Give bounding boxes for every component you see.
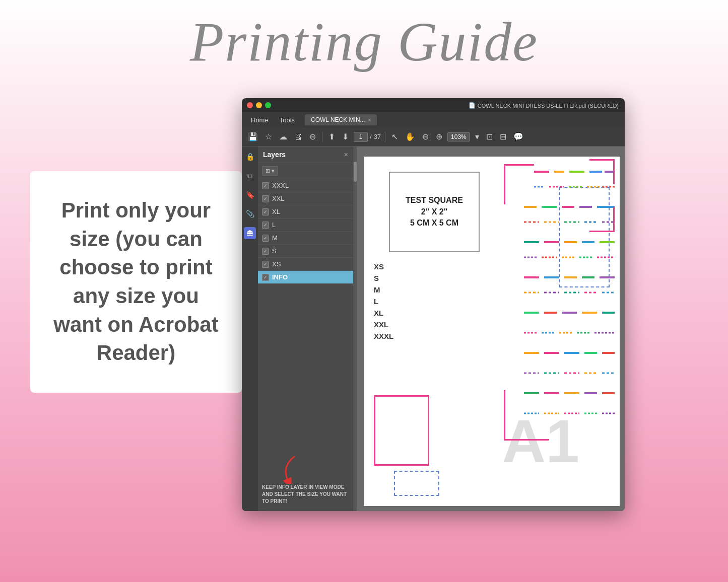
left-text: Print only your size (you can choose to … <box>50 196 222 368</box>
arrow-svg <box>277 456 312 484</box>
size-row-xxxl: XXXL <box>374 332 398 340</box>
layer-checkbox-xs[interactable] <box>262 261 269 268</box>
page-number-input[interactable] <box>354 132 368 142</box>
print-icon[interactable]: 🖨 <box>292 131 304 142</box>
layer-checkbox-l[interactable] <box>262 222 269 229</box>
page-total: 37 <box>374 133 381 140</box>
layer-checkbox-m[interactable] <box>262 235 269 242</box>
pdf-icon: 📄 <box>469 102 476 109</box>
close-button[interactable] <box>247 102 253 108</box>
info-caption: KEEP INFO LAYER IN VIEW MODE AND SELECT … <box>262 484 349 505</box>
down-icon[interactable]: ⬇ <box>340 131 351 142</box>
layer-checkbox-s[interactable] <box>262 248 269 255</box>
size-row-xs: XS <box>374 262 398 271</box>
layer-item-info[interactable]: INFO <box>258 271 353 284</box>
zoom-out-icon[interactable]: ⊖ <box>307 131 318 142</box>
size-list: XS S M L XL <box>374 262 398 343</box>
fit-width-icon[interactable]: ⊟ <box>498 131 508 142</box>
zoom-in-icon[interactable]: ⊕ <box>434 131 444 142</box>
sidebar-icons: 🔒 ⧉ 🔖 📎 <box>242 147 258 511</box>
scrollbar-vertical[interactable] <box>354 147 357 511</box>
corner-br-mid <box>589 207 615 232</box>
layer-item-l[interactable]: L <box>258 219 353 232</box>
bookmark-icon[interactable]: ☆ <box>263 131 274 142</box>
content-area: TEST SQUARE 2" X 2" 5 CM X 5 CM XS S <box>354 147 625 511</box>
layers-title: Layers <box>263 151 286 159</box>
zoom-out-icon-2[interactable]: ⊖ <box>420 131 431 142</box>
corner-br-top <box>589 159 615 184</box>
layer-item-xl[interactable]: XL <box>258 205 353 219</box>
cursor-icon[interactable]: ↖ <box>389 131 400 142</box>
layers-icon[interactable] <box>244 227 256 239</box>
pages-icon[interactable]: ⧉ <box>244 170 256 182</box>
acrobat-window: 📄 COWL NECK MINI DRESS US-LETTER.pdf (SE… <box>242 98 625 511</box>
layer-checkbox-xxxl[interactable] <box>262 182 269 189</box>
layer-item-xxl[interactable]: XXL <box>258 192 353 205</box>
blue-dashed-rect-bottom <box>394 471 439 496</box>
scroll-thumb[interactable] <box>354 162 357 182</box>
left-content-box: Print only your size (you can choose to … <box>30 171 242 393</box>
size-row-m: M <box>374 285 398 294</box>
maximize-button[interactable] <box>265 102 271 108</box>
layer-item-xs[interactable]: XS <box>258 258 353 271</box>
menu-bar: Home Tools COWL NECK MIN... × <box>242 112 625 127</box>
bookmarks-icon[interactable]: 🔖 <box>244 189 256 201</box>
cloud-icon[interactable]: ☁ <box>277 131 289 142</box>
lock-icon: 🔒 <box>244 151 256 163</box>
toolbar-divider-2 <box>385 132 385 142</box>
size-row-xl: XL <box>374 309 398 317</box>
layer-name-xxxl: XXXL <box>272 182 289 189</box>
title-bar: 📄 COWL NECK MINI DRESS US-LETTER.pdf (SE… <box>242 98 625 112</box>
toolbar-divider <box>322 132 322 142</box>
layer-item-xxxl[interactable]: XXXL <box>258 179 353 192</box>
menu-home[interactable]: Home <box>246 115 274 125</box>
layer-name-xl: XL <box>272 208 280 215</box>
tab-close-icon[interactable]: × <box>368 117 371 123</box>
layer-list: XXXL XXL XL L <box>258 179 353 454</box>
menu-tools[interactable]: Tools <box>275 115 300 125</box>
layer-checkbox-xxl[interactable] <box>262 195 269 202</box>
svg-rect-1 <box>247 233 253 234</box>
main-area: 🔒 ⧉ 🔖 📎 Layers × ⊞ ▾ <box>242 147 625 511</box>
zoom-dropdown-icon[interactable]: ▾ <box>473 131 481 142</box>
pdf-page: TEST SQUARE 2" X 2" 5 CM X 5 CM XS S <box>364 157 620 506</box>
size-row-s: S <box>374 274 398 282</box>
layer-name-l: L <box>272 221 276 229</box>
svg-rect-2 <box>247 235 253 236</box>
layer-item-m[interactable]: M <box>258 232 353 245</box>
layer-item-s[interactable]: S <box>258 245 353 258</box>
minimize-button[interactable] <box>256 102 262 108</box>
fit-page-icon[interactable]: ⊡ <box>484 131 495 142</box>
test-square-text: TEST SQUARE 2" X 2" 5 CM X 5 CM <box>406 195 463 229</box>
up-icon[interactable]: ⬆ <box>326 131 337 142</box>
layers-header: Layers × <box>258 147 353 163</box>
layers-menu-button[interactable]: ⊞ ▾ <box>262 166 278 176</box>
page-navigation: / 37 <box>354 132 381 142</box>
tab-label: COWL NECK MIN... <box>311 116 365 123</box>
layers-toolbar: ⊞ ▾ <box>258 163 353 179</box>
document-tab[interactable]: COWL NECK MIN... × <box>305 114 377 125</box>
layer-name-info: INFO <box>272 273 288 281</box>
svg-rect-0 <box>247 232 253 233</box>
pattern-area <box>504 157 620 506</box>
zoom-level[interactable]: 103% <box>447 132 470 141</box>
page-separator: / <box>370 133 372 140</box>
size-row-xxl: XXL <box>374 320 398 329</box>
window-title: 📄 COWL NECK MINI DRESS US-LETTER.pdf (SE… <box>469 102 619 109</box>
layer-checkbox-xl[interactable] <box>262 208 269 215</box>
layer-name-m: M <box>272 234 278 242</box>
color-lines-svg <box>509 157 620 433</box>
comment-icon[interactable]: 💬 <box>511 131 525 142</box>
layer-name-xxl: XXL <box>272 195 285 202</box>
page-title: Printing Guide <box>0 10 728 74</box>
save-icon[interactable]: 💾 <box>246 131 260 142</box>
layers-panel: Layers × ⊞ ▾ XXXL XXL <box>258 147 354 511</box>
toolbar: 💾 ☆ ☁ 🖨 ⊖ ⬆ ⬇ / 37 ↖ ✋ ⊖ ⊕ 103% ▾ ⊡ ⊟ 💬 <box>242 127 625 147</box>
window-controls <box>247 102 271 108</box>
layers-close-button[interactable]: × <box>344 151 348 159</box>
layer-name-s: S <box>272 247 277 255</box>
hand-icon[interactable]: ✋ <box>403 131 417 142</box>
test-square-container: TEST SQUARE 2" X 2" 5 CM X 5 CM <box>379 167 480 252</box>
layer-checkbox-info[interactable] <box>262 274 269 281</box>
attachment-icon[interactable]: 📎 <box>244 208 256 220</box>
